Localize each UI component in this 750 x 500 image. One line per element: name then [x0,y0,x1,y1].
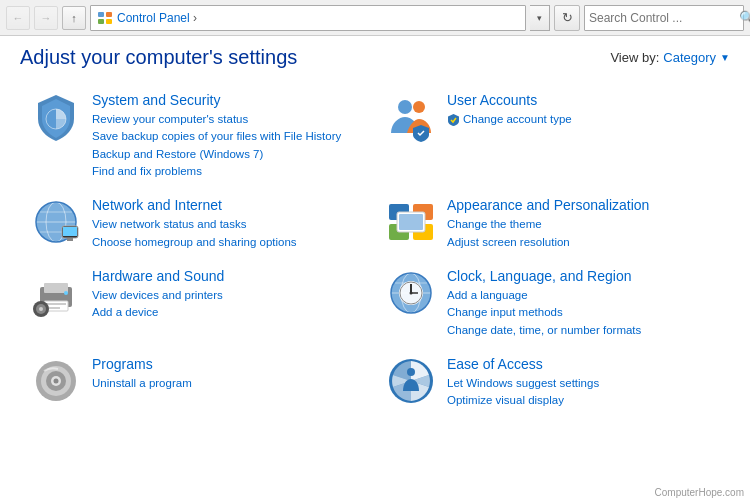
svg-rect-14 [63,227,77,236]
breadcrumb-text: Control Panel › [117,11,197,25]
category-programs[interactable]: Programs Uninstall a program [20,347,375,418]
address-bar: ← → ↑ Control Panel › ▾ ↻ 🔍 [0,0,750,36]
network-internet-sub2[interactable]: Choose homegroup and sharing options [92,234,365,251]
header-row: Adjust your computer's settings View by:… [20,46,730,69]
programs-text: Programs Uninstall a program [92,355,365,392]
system-security-sub1[interactable]: Review your computer's status [92,111,365,128]
network-internet-sub1[interactable]: View network status and tasks [92,216,365,233]
footer-text: ComputerHope.com [655,487,744,498]
user-accounts-sub1[interactable]: Change account type [463,111,572,128]
category-hardware-sound[interactable]: Hardware and Sound View devices and prin… [20,259,375,347]
page-title: Adjust your computer's settings [20,46,297,69]
hardware-sound-icon [30,267,82,319]
system-security-sub4[interactable]: Find and fix problems [92,163,365,180]
category-ease-of-access[interactable]: Ease of Access Let Windows suggest setti… [375,347,730,418]
up-button[interactable]: ↑ [62,6,86,30]
ease-of-access-text: Ease of Access Let Windows suggest setti… [447,355,720,410]
category-user-accounts[interactable]: User Accounts Change account type [375,83,730,188]
uac-shield-icon [447,113,460,126]
system-security-sub3[interactable]: Backup and Restore (Windows 7) [92,146,365,163]
clock-language-icon [385,267,437,319]
ease-of-access-link[interactable]: Ease of Access [447,355,720,373]
hardware-sound-text: Hardware and Sound View devices and prin… [92,267,365,322]
categories-grid: System and Security Review your computer… [20,83,730,418]
search-box[interactable]: 🔍 [584,5,744,31]
search-input[interactable] [589,11,739,25]
ease-of-access-sub2[interactable]: Optimize visual display [447,392,720,409]
view-by: View by: Category ▼ [610,50,730,65]
search-icon: 🔍 [739,10,750,25]
clock-language-link[interactable]: Clock, Language, and Region [447,267,720,285]
system-security-sub2[interactable]: Save backup copies of your files with Fi… [92,128,365,145]
hardware-sound-link[interactable]: Hardware and Sound [92,267,365,285]
system-security-link[interactable]: System and Security [92,91,365,109]
back-button[interactable]: ← [6,6,30,30]
category-appearance[interactable]: Appearance and Personalization Change th… [375,188,730,259]
programs-sub1[interactable]: Uninstall a program [92,375,365,392]
clock-language-text: Clock, Language, and Region Add a langua… [447,267,720,339]
appearance-icon [385,196,437,248]
svg-rect-21 [399,214,423,230]
network-internet-link[interactable]: Network and Internet [92,196,365,214]
hardware-sound-sub1[interactable]: View devices and printers [92,287,365,304]
user-accounts-icon [385,91,437,143]
appearance-text: Appearance and Personalization Change th… [447,196,720,251]
svg-rect-2 [98,19,104,24]
ease-of-access-icon [385,355,437,407]
svg-rect-0 [98,12,104,17]
network-internet-icon [30,196,82,248]
svg-point-45 [54,378,59,383]
programs-icon [30,355,82,407]
clock-language-sub2[interactable]: Change input methods [447,304,720,321]
system-security-text: System and Security Review your computer… [92,91,365,180]
svg-point-40 [410,291,413,294]
clock-language-sub3[interactable]: Change date, time, or number formats [447,322,720,339]
svg-rect-23 [44,283,68,293]
appearance-sub2[interactable]: Adjust screen resolution [447,234,720,251]
svg-rect-1 [106,12,112,17]
hardware-sound-sub2[interactable]: Add a device [92,304,365,321]
appearance-sub1[interactable]: Change the theme [447,216,720,233]
main-content: Adjust your computer's settings View by:… [0,36,750,428]
control-panel-icon [97,10,113,26]
svg-point-30 [39,307,43,311]
viewby-chevron-icon[interactable]: ▼ [720,52,730,63]
category-clock-language[interactable]: Clock, Language, and Region Add a langua… [375,259,730,347]
svg-point-6 [413,101,425,113]
appearance-link[interactable]: Appearance and Personalization [447,196,720,214]
ease-of-access-sub1[interactable]: Let Windows suggest settings [447,375,720,392]
address-dropdown-button[interactable]: ▾ [530,5,550,31]
svg-rect-25 [46,303,66,305]
footer: ComputerHope.com [655,487,744,498]
viewby-dropdown[interactable]: Category [663,50,716,65]
forward-button[interactable]: → [34,6,58,30]
svg-rect-15 [67,238,73,241]
category-system-security[interactable]: System and Security Review your computer… [20,83,375,188]
svg-point-47 [407,368,415,376]
svg-point-27 [64,291,68,295]
programs-link[interactable]: Programs [92,355,365,373]
address-field[interactable]: Control Panel › [90,5,526,31]
refresh-button[interactable]: ↻ [554,5,580,31]
category-network-internet[interactable]: Network and Internet View network status… [20,188,375,259]
viewby-label: View by: [610,50,659,65]
user-accounts-text: User Accounts Change account type [447,91,720,128]
network-internet-text: Network and Internet View network status… [92,196,365,251]
clock-language-sub1[interactable]: Add a language [447,287,720,304]
svg-point-5 [398,100,412,114]
svg-rect-3 [106,19,112,24]
user-accounts-link[interactable]: User Accounts [447,91,720,109]
system-security-icon [30,91,82,143]
